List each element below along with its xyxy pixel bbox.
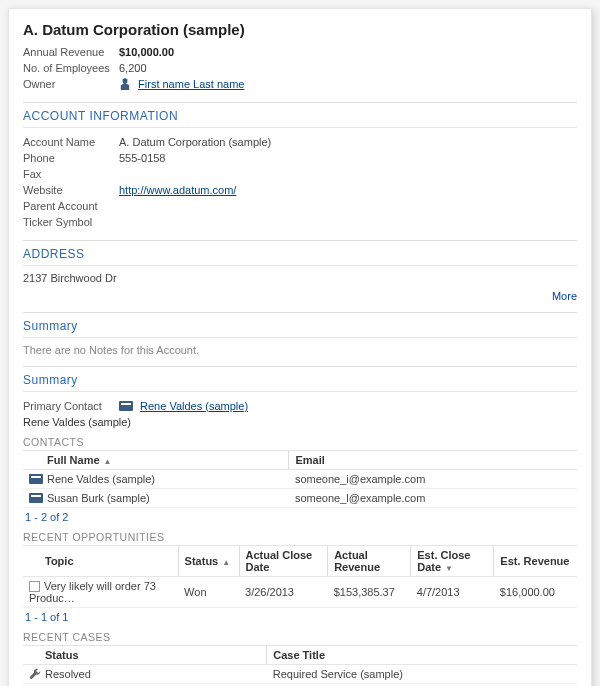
summary-full-name: Rene Valdes (sample)	[23, 416, 577, 428]
account-info-row: Account NameA. Datum Corporation (sample…	[23, 134, 577, 150]
table-row[interactable]: Very likely will order 73 Produc…Won3/26…	[23, 577, 577, 608]
address-more-link[interactable]: More	[552, 290, 577, 302]
opp-col-est-close[interactable]: Est. Close Date	[411, 546, 494, 577]
section-opportunities: RECENT OPPORTUNITIES	[23, 531, 577, 543]
contact-name: Rene Valdes (sample)	[47, 473, 155, 485]
opp-col-actual-rev[interactable]: Actual Revenue	[328, 546, 411, 577]
opportunities-table: Topic Status Actual Close Date Actual Re…	[23, 545, 577, 608]
opp-col-est-rev[interactable]: Est. Revenue	[494, 546, 577, 577]
owner-link[interactable]: First name Last name	[138, 78, 244, 90]
account-info-value: 555-0158	[119, 150, 166, 166]
account-info-label: Phone	[23, 150, 119, 166]
account-info-value: http://www.adatum.com/	[119, 182, 236, 198]
account-info-value: A. Datum Corporation (sample)	[119, 134, 271, 150]
section-contacts: CONTACTS	[23, 436, 577, 448]
annual-revenue-value: $10,000.00	[119, 44, 174, 60]
cases-col-title[interactable]: Case Title	[267, 646, 577, 665]
contacts-table: Full Name Email Rene Valdes (sample)some…	[23, 450, 577, 508]
account-info-row: Ticker Symbol	[23, 214, 577, 230]
opp-actual-close: 3/26/2013	[239, 577, 328, 608]
account-info-row: Parent Account	[23, 198, 577, 214]
opp-actual-rev: $153,385.37	[328, 577, 411, 608]
header-row-revenue: Annual Revenue $10,000.00	[23, 44, 577, 60]
primary-contact-link[interactable]: Rene Valdes (sample)	[140, 400, 248, 412]
record-panel: A. Datum Corporation (sample) Annual Rev…	[8, 8, 592, 686]
case-status: Resolved	[23, 665, 267, 684]
address-line: 2137 Birchwood Dr	[23, 272, 577, 284]
person-icon	[119, 78, 131, 90]
account-info-label: Parent Account	[23, 198, 119, 214]
opp-col-actual-close[interactable]: Actual Close Date	[239, 546, 328, 577]
table-row[interactable]: ResolvedRequired Service (sample)	[23, 665, 577, 684]
opp-est-close: 4/7/2013	[411, 577, 494, 608]
header-row-employees: No. of Employees 6,200	[23, 60, 577, 76]
opp-topic: Very likely will order 73 Produc…	[23, 577, 178, 608]
contact-card-icon	[119, 401, 133, 411]
cases-table: Status Case Title ResolvedRequired Servi…	[23, 645, 577, 686]
case-title: Required Service (sample)	[267, 665, 577, 684]
contacts-col-name[interactable]: Full Name	[23, 451, 289, 470]
account-info-label: Account Name	[23, 134, 119, 150]
checkbox-icon[interactable]	[29, 581, 40, 592]
table-row[interactable]: Rene Valdes (sample)someone_i@example.co…	[23, 470, 577, 489]
account-info-label: Ticker Symbol	[23, 214, 119, 230]
website-link[interactable]: http://www.adatum.com/	[119, 184, 236, 196]
header-row-owner: Owner First name Last name	[23, 76, 577, 92]
contact-name: Susan Burk (sample)	[47, 492, 150, 504]
opp-col-status[interactable]: Status	[178, 546, 239, 577]
section-cases: RECENT CASES	[23, 631, 577, 643]
table-row[interactable]: Susan Burk (sample)someone_l@example.com	[23, 489, 577, 508]
primary-contact-label: Primary Contact	[23, 398, 119, 414]
section-summary: Summary	[23, 373, 577, 392]
section-summary-notes: Summary	[23, 319, 577, 338]
account-info-label: Website	[23, 182, 119, 198]
cases-col-status[interactable]: Status	[23, 646, 267, 665]
account-info-row: Websitehttp://www.adatum.com/	[23, 182, 577, 198]
primary-contact-row: Primary Contact Rene Valdes (sample)	[23, 398, 577, 414]
contact-card-icon	[29, 474, 43, 484]
page-title: A. Datum Corporation (sample)	[23, 21, 577, 38]
contacts-col-email[interactable]: Email	[289, 451, 577, 470]
notes-empty-text: There are no Notes for this Account.	[23, 344, 577, 356]
contact-card-icon	[29, 493, 43, 503]
account-info-row: Fax	[23, 166, 577, 182]
employees-value: 6,200	[119, 60, 147, 76]
employees-label: No. of Employees	[23, 60, 119, 76]
contact-email: someone_l@example.com	[289, 489, 577, 508]
section-account-info: ACCOUNT INFORMATION	[23, 109, 577, 128]
account-info-label: Fax	[23, 166, 119, 182]
owner-label: Owner	[23, 76, 119, 92]
opp-est-rev: $16,000.00	[494, 577, 577, 608]
account-info-row: Phone555-0158	[23, 150, 577, 166]
opp-status: Won	[178, 577, 239, 608]
opportunities-pager[interactable]: 1 - 1 of 1	[25, 611, 577, 623]
opp-col-topic[interactable]: Topic	[23, 546, 178, 577]
annual-revenue-label: Annual Revenue	[23, 44, 119, 60]
wrench-icon	[29, 668, 41, 680]
contact-email: someone_i@example.com	[289, 470, 577, 489]
section-address: ADDRESS	[23, 247, 577, 266]
contacts-pager[interactable]: 1 - 2 of 2	[25, 511, 577, 523]
